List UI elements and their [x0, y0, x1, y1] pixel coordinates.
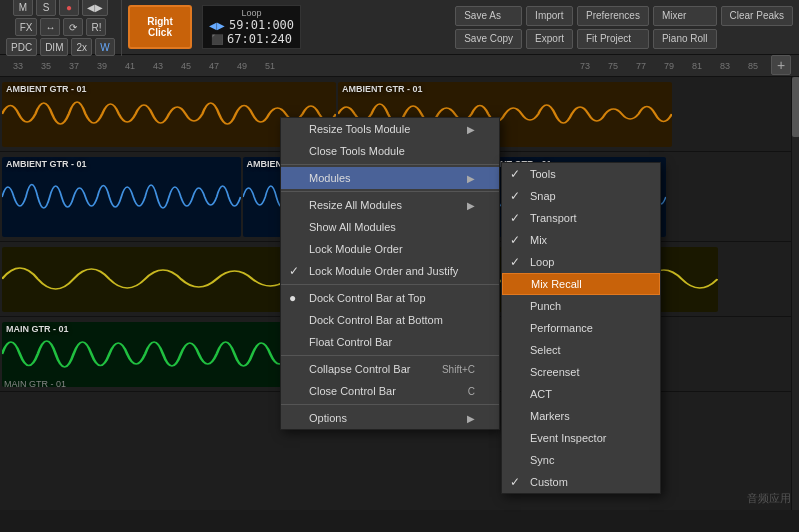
save-as-button[interactable]: Save As [455, 6, 522, 26]
ruler-mark: 41 [116, 61, 144, 71]
checkmark-lock-justify: ✓ [289, 264, 299, 278]
track-bottom-label: MAIN GTR - 01 [4, 379, 66, 389]
ctx-dock-top-label: Dock Control Bar at Top [309, 292, 426, 304]
checkmark-snap: ✓ [510, 189, 520, 203]
ctx-dock-top[interactable]: ● Dock Control Bar at Top [281, 287, 499, 309]
sub-tools[interactable]: ✓ Tools [502, 163, 660, 185]
checkmark-mix: ✓ [510, 233, 520, 247]
save-copy-button[interactable]: Save Copy [455, 29, 522, 49]
ctx-dock-bottom-label: Dock Control Bar at Bottom [309, 314, 443, 326]
sub-act[interactable]: ACT [502, 383, 660, 405]
ruler-mark: 81 [683, 61, 711, 71]
add-track-button[interactable]: + [771, 55, 791, 75]
speaker-button[interactable]: ◀▶ [82, 0, 108, 16]
loop-time1: 59:01:000 [229, 18, 294, 32]
ruler-mark: 45 [172, 61, 200, 71]
tr-group-1: Save As Save Copy [455, 6, 522, 49]
s-button[interactable]: S [36, 0, 56, 16]
ctx-close-tools[interactable]: Close Tools Module [281, 140, 499, 162]
scrollbar-vertical[interactable] [791, 77, 799, 510]
sub-event-inspector[interactable]: Event Inspector [502, 427, 660, 449]
sub-custom[interactable]: ✓ Custom [502, 471, 660, 493]
ruler-mark: 77 [627, 61, 655, 71]
ctx-modules[interactable]: Modules ▶ [281, 167, 499, 189]
tr-group-3: Preferences Fit Project [577, 6, 649, 49]
ruler-mark: 39 [88, 61, 116, 71]
ctx-sep3 [281, 284, 499, 285]
sub-act-label: ACT [530, 388, 552, 400]
ctx-options[interactable]: Options ▶ [281, 407, 499, 429]
ruler-mark: 51 [256, 61, 284, 71]
ctx-options-arrow: ▶ [467, 413, 475, 424]
sub-select-label: Select [530, 344, 561, 356]
sub-loop[interactable]: ✓ Loop [502, 251, 660, 273]
ctx-modules-arrow: ▶ [467, 173, 475, 184]
ctx-close-tools-label: Close Tools Module [309, 145, 405, 157]
sub-punch[interactable]: Punch [502, 295, 660, 317]
sub-screenset[interactable]: Screenset [502, 361, 660, 383]
ruler-mark: 47 [200, 61, 228, 71]
ruler-mark: 43 [144, 61, 172, 71]
ctx-resize-all-label: Resize All Modules [309, 199, 402, 211]
loop-display: Loop ◀▶ 59:01:000 ⬛ 67:01:240 [202, 5, 301, 49]
sub-select[interactable]: Select [502, 339, 660, 361]
dim-button[interactable]: DIM [40, 38, 68, 56]
sub-snap[interactable]: ✓ Snap [502, 185, 660, 207]
ctx-close-bar[interactable]: Close Control Bar C [281, 380, 499, 402]
ctx-show-all[interactable]: Show All Modules [281, 216, 499, 238]
ctx-float[interactable]: Float Control Bar [281, 331, 499, 353]
right-click-button[interactable]: RightClick [128, 5, 192, 49]
ctx-float-label: Float Control Bar [309, 336, 392, 348]
w-button[interactable]: W [95, 38, 115, 56]
export-button[interactable]: Export [526, 29, 573, 49]
mixer-button[interactable]: Mixer [653, 6, 717, 26]
sub-transport[interactable]: ✓ Transport [502, 207, 660, 229]
m-button[interactable]: M [13, 0, 33, 16]
ctx-collapse-label: Collapse Control Bar [309, 363, 411, 375]
ctx-close-bar-label: Close Control Bar [309, 385, 396, 397]
ri-button[interactable]: R! [86, 18, 106, 36]
scrollbar-thumb[interactable] [792, 77, 799, 137]
fx-button[interactable]: FX [15, 18, 38, 36]
refresh-button[interactable]: ⟳ [63, 18, 83, 36]
sub-performance[interactable]: Performance [502, 317, 660, 339]
transport-group: M S ● ◀▶ FX ↔ ⟳ R! PDC DIM 2x W [6, 0, 122, 56]
ctx-resize-all[interactable]: Resize All Modules ▶ [281, 194, 499, 216]
sub-mix[interactable]: ✓ Mix [502, 229, 660, 251]
sub-sync-label: Sync [530, 454, 554, 466]
watermark: 音频应用 [747, 491, 791, 506]
ctx-lock-justify-label: Lock Module Order and Justify [309, 265, 458, 277]
ctx-collapse[interactable]: Collapse Control Bar Shift+C [281, 358, 499, 380]
sub-markers[interactable]: Markers [502, 405, 660, 427]
tr-group-5: Clear Peaks [721, 6, 793, 49]
clear-peaks-button[interactable]: Clear Peaks [721, 6, 793, 26]
ctx-close-bar-shortcut: C [468, 386, 475, 397]
ctx-arrow: ▶ [467, 124, 475, 135]
ctx-resize-tools[interactable]: Resize Tools Module ▶ [281, 118, 499, 140]
preferences-button[interactable]: Preferences [577, 6, 649, 26]
pdc-button[interactable]: PDC [6, 38, 37, 56]
ctx-lock-order[interactable]: Lock Module Order [281, 238, 499, 260]
sub-mix-recall-label: Mix Recall [531, 278, 582, 290]
ctx-resize-all-arrow: ▶ [467, 200, 475, 211]
sub-snap-label: Snap [530, 190, 556, 202]
ruler-mark: 83 [711, 61, 739, 71]
x2-button[interactable]: 2x [71, 38, 92, 56]
fit-project-button[interactable]: Fit Project [577, 29, 649, 49]
sub-mix-recall[interactable]: Mix Recall [502, 273, 660, 295]
piano-roll-button[interactable]: Piano Roll [653, 29, 717, 49]
ruler-mark: 33 [4, 61, 32, 71]
ctx-resize-tools-label: Resize Tools Module [309, 123, 410, 135]
rec-button[interactable]: ● [59, 0, 79, 16]
arrows-button[interactable]: ↔ [40, 18, 60, 36]
sub-sync[interactable]: Sync [502, 449, 660, 471]
ctx-dock-bottom[interactable]: Dock Control Bar at Bottom [281, 309, 499, 331]
sub-custom-label: Custom [530, 476, 568, 488]
ctx-lock-order-label: Lock Module Order [309, 243, 403, 255]
checkmark-tools: ✓ [510, 167, 520, 181]
sub-mix-label: Mix [530, 234, 547, 246]
ctx-lock-justify[interactable]: ✓ Lock Module Order and Justify [281, 260, 499, 282]
sub-transport-label: Transport [530, 212, 577, 224]
loop-time2: 67:01:240 [227, 32, 292, 46]
import-button[interactable]: Import [526, 6, 573, 26]
